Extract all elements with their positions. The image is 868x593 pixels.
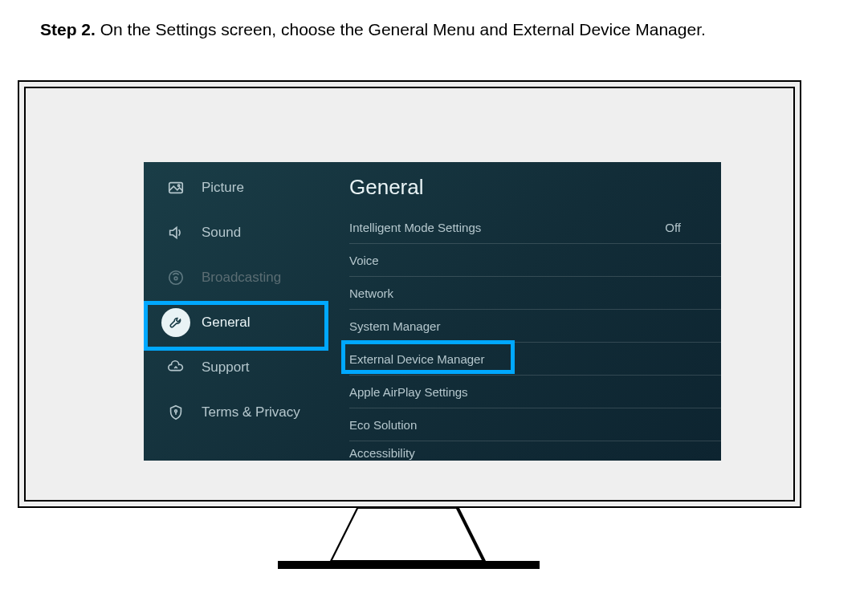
wrench-icon: [161, 308, 190, 337]
menu-item-voice[interactable]: Voice: [349, 244, 721, 277]
sidebar: Picture Sound: [144, 162, 330, 461]
menu-value: Off: [665, 221, 681, 234]
menu-item-network[interactable]: Network: [349, 277, 721, 310]
tv-frame-outer: Picture Sound: [18, 80, 801, 508]
menu-item-eco-solution[interactable]: Eco Solution: [349, 408, 721, 441]
shield-icon: [161, 398, 190, 427]
menu-item-system-manager[interactable]: System Manager: [349, 310, 721, 343]
sidebar-item-label: Terms & Privacy: [202, 404, 300, 420]
menu-label: External Device Manager: [349, 352, 484, 366]
sidebar-item-terms[interactable]: Terms & Privacy: [144, 390, 330, 435]
menu-label: Intelligent Mode Settings: [349, 221, 481, 234]
menu-label: System Manager: [349, 319, 440, 333]
step-text: On the Settings screen, choose the Gener…: [100, 20, 706, 39]
menu-item-intelligent-mode[interactable]: Intelligent Mode Settings Off: [349, 211, 721, 244]
sidebar-item-label: Sound: [202, 225, 241, 241]
sidebar-item-broadcasting: Broadcasting: [144, 255, 330, 300]
svg-point-3: [174, 277, 177, 280]
menu-label: Apple AirPlay Settings: [349, 385, 468, 399]
sidebar-item-general[interactable]: General: [144, 300, 330, 345]
menu-label: Voice: [349, 254, 379, 267]
content-title: General: [330, 162, 721, 211]
sidebar-item-picture[interactable]: Picture: [144, 165, 330, 210]
sound-icon: [161, 218, 190, 247]
instruction-text: Step 2. On the Settings screen, choose t…: [40, 20, 706, 39]
sidebar-item-sound[interactable]: Sound: [144, 210, 330, 255]
settings-panel: Picture Sound: [144, 162, 721, 461]
menu-item-accessibility-cutoff[interactable]: Accessibility: [349, 441, 721, 461]
sidebar-item-label: Picture: [202, 180, 244, 196]
sidebar-item-label: General: [202, 315, 250, 331]
menu-label: Network: [349, 286, 393, 300]
tv-stand-neck-inner: [332, 509, 482, 560]
tv-stand-neck: [329, 508, 487, 563]
svg-point-4: [175, 410, 177, 412]
cloud-icon: [161, 353, 190, 382]
tv-frame-inner: Picture Sound: [24, 87, 795, 502]
tv-stand-base: [278, 561, 540, 569]
menu-label: Eco Solution: [349, 418, 417, 432]
sidebar-item-support[interactable]: Support: [144, 345, 330, 390]
menu-item-external-device-manager[interactable]: External Device Manager: [349, 343, 721, 376]
menu-list: Intelligent Mode Settings Off Voice Netw…: [330, 211, 721, 461]
picture-icon: [161, 173, 190, 202]
menu-item-airplay[interactable]: Apple AirPlay Settings: [349, 376, 721, 408]
svg-point-1: [177, 185, 179, 186]
broadcast-icon: [161, 263, 190, 292]
content-area: General Intelligent Mode Settings Off Vo…: [330, 162, 721, 461]
menu-label: Accessibility: [349, 446, 415, 460]
step-label: Step 2.: [40, 20, 96, 39]
sidebar-item-label: Broadcasting: [202, 270, 281, 286]
sidebar-item-label: Support: [202, 359, 250, 376]
